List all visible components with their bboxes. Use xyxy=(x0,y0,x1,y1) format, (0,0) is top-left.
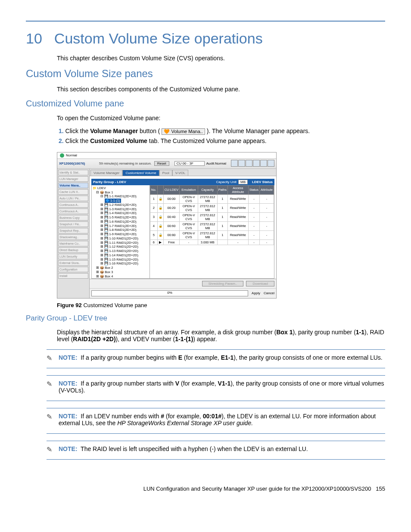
figure-caption: Figure 92 Customized Volume pane xyxy=(57,302,385,308)
nav-item[interactable]: External Stora.. xyxy=(58,260,88,266)
tree-node[interactable]: ⊞ 💾 1-3 RAID1(2D+2D) xyxy=(93,207,149,212)
toolbar-icon[interactable] xyxy=(246,160,252,167)
download-button[interactable]: Download xyxy=(246,281,274,286)
ldev-status-label: LDEV Status xyxy=(252,180,273,184)
tree-node[interactable]: ⊞ 💾 1-6 RAID1(2D+2D) xyxy=(93,220,149,224)
toolbar-icon[interactable] xyxy=(231,160,238,167)
tree-node[interactable]: ⊞ 📦 Box 2 xyxy=(93,266,149,270)
tree-node[interactable]: ⊞ 💾 1-13 RAID1(2D+2D) xyxy=(93,249,149,253)
nav-item[interactable]: Snapshot Rep.. xyxy=(58,228,88,233)
screenshot-customized-volume-pane: Normal XP12000(10076) 59 minute(s) remai… xyxy=(57,152,277,299)
nav-item[interactable]: Auto LUN / Pe.. xyxy=(58,196,88,201)
shot-titlebar: Normal xyxy=(57,152,276,159)
table-cell: 00:80 xyxy=(163,230,180,240)
nav-item[interactable]: Shadowimag.. xyxy=(58,234,88,240)
table-header-cell: No. xyxy=(150,185,158,194)
nav-item[interactable]: Mainframe Co.. xyxy=(58,241,88,246)
nav-item[interactable]: LUN Manager xyxy=(58,176,88,182)
table-cell: 00:00 xyxy=(163,194,180,203)
table-cell: 27272.812 MB xyxy=(198,230,217,240)
tree-node[interactable]: ⊞ 💾 1-2 RAID1(2D+2D) xyxy=(93,203,149,207)
note-icon: ✎ xyxy=(47,380,52,388)
cu-range-select[interactable]: CU 00 - 3F xyxy=(174,161,205,166)
subsubsection-tree-heading: Parity Group - LDEV tree xyxy=(26,314,385,323)
step-2: 2. Click the Customized Volume tab. The … xyxy=(59,137,385,144)
table-row[interactable]: 6▶Free-3.000 MB--- xyxy=(150,240,274,245)
nav-item[interactable]: Direct Backup xyxy=(58,247,88,253)
tree-node[interactable]: ⊞ 📦 Box 4 xyxy=(93,274,149,278)
chapter-title: Custom Volume Size operations xyxy=(54,30,263,47)
tree-node[interactable]: ⊞ 💾 1-11 RAID1(2D+2D) xyxy=(93,241,149,245)
nav-item[interactable]: Continuous A.. xyxy=(58,202,88,208)
tab[interactable]: Volume Manager xyxy=(90,170,122,176)
tree-node[interactable]: 🔷 1-1-(1) xyxy=(93,199,149,203)
note-icon: ✎ xyxy=(47,413,52,421)
note-3: ✎ NOTE: If an LDEV number ends with # (f… xyxy=(47,413,385,426)
cvpane-intro: To open the Customized Volume pane: xyxy=(57,115,385,121)
nav-item[interactable]: Snapshot / Fle.. xyxy=(58,221,88,227)
nav-item[interactable]: Install xyxy=(58,273,88,279)
nav-item[interactable]: Continuous A.. xyxy=(58,208,88,214)
table-cell: 27272.812 MB xyxy=(198,212,217,221)
table-cell: - xyxy=(260,240,274,245)
tab[interactable]: V-VOL xyxy=(172,170,189,176)
table-row[interactable]: 3🔒00:40OPEN-V CVS27272.812 MB1Read/Write… xyxy=(150,212,274,221)
capacity-unit-select[interactable]: MB xyxy=(238,180,248,184)
table-cell: 1 xyxy=(217,212,227,221)
note-4: ✎ NOTE: The RAID level is left unspecifi… xyxy=(47,445,385,452)
tree-node[interactable]: ⊞ 💾 1-8 RAID1(2D+2D) xyxy=(93,228,149,232)
table-cell: - xyxy=(260,230,274,240)
table-header-cell: Paths xyxy=(217,185,227,194)
table-cell: - xyxy=(248,240,259,245)
tree-node[interactable]: ⊞ 💾 1-4 RAID1(2D+2D) xyxy=(93,211,149,215)
tab[interactable]: Customized Volume xyxy=(122,170,159,176)
tree-node[interactable]: ⊞ 💾 1-9 RAID1(2D+2D) xyxy=(93,232,149,236)
table-row[interactable]: 2🔒00:20OPEN-V CVS27272.812 MB1Read/Write… xyxy=(150,203,274,212)
step-2-number: 2. xyxy=(59,137,64,144)
table-cell: - xyxy=(180,240,198,245)
tree-node[interactable]: ⊞ 💾 1-5 RAID1(2D+2D) xyxy=(93,215,149,220)
tree-node[interactable]: ⊞ 💾 1-7 RAID1(2D+2D) xyxy=(93,224,149,228)
table-cell xyxy=(217,240,227,245)
page-footer: LUN Configuration and Security Manager X… xyxy=(26,485,385,492)
nav-item[interactable]: Configuration xyxy=(58,267,88,272)
toolbar-icon[interactable] xyxy=(268,160,274,167)
table-cell: 1 xyxy=(150,194,158,203)
table-row[interactable]: 4🔒00:60OPEN-V CVS27272.812 MB1Read/Write… xyxy=(150,221,274,230)
tree-node[interactable]: ⊞ 💾 1-14 RAID1(2D+2D) xyxy=(93,253,149,258)
reset-button[interactable]: Reset xyxy=(154,161,169,166)
shredding-param-button[interactable]: Shredding Param.. xyxy=(202,281,244,286)
tree-node[interactable]: ⊞ 💾 1-15 RAID1(2D+2D) xyxy=(93,258,149,262)
tree-node[interactable]: ⊟ 📦 Box 1 xyxy=(93,190,149,195)
table-cell: 00:60 xyxy=(163,221,180,230)
table-cell: ▶ xyxy=(157,240,163,245)
nav-item[interactable]: Identify & Stat.. xyxy=(58,170,88,175)
toolbar-icon[interactable] xyxy=(238,160,245,167)
table-row[interactable]: 5🔒00:80OPEN-V CVS27272.812 MB1Read/Write… xyxy=(150,230,274,240)
table-cell: - xyxy=(227,240,248,245)
note-2: ✎ NOTE: If a parity group number starts … xyxy=(47,380,385,394)
table-row[interactable]: 1🔒00:00OPEN-V CVS27272.812 MB1Read/Write… xyxy=(150,194,274,203)
table-cell: 5 xyxy=(150,230,158,240)
parity-group-tree[interactable]: 📁 LDEV⊟ 📦 Box 1⊟ 💾 1-1 RAID1(2D+2D)🔷 1-1… xyxy=(92,185,150,278)
tree-node[interactable]: ⊞ 💾 1-10 RAID1(2D+2D) xyxy=(93,236,149,241)
cancel-button[interactable]: Cancel xyxy=(264,291,274,295)
tree-node[interactable]: ⊟ 💾 1-1 RAID1(2D+2D) xyxy=(93,194,149,199)
tree-node[interactable]: ⊞ 💾 1-12 RAID1(2D+2D) xyxy=(93,245,149,249)
nav-item[interactable]: Volume Mana.. xyxy=(58,183,88,188)
tree-node[interactable]: 📁 LDEV xyxy=(93,186,149,190)
table-cell: 🔒 xyxy=(157,203,163,212)
nav-item[interactable]: LUN Security xyxy=(58,254,88,259)
bottom-button-bar-2: 0% Apply Cancel xyxy=(90,288,276,298)
toolbar-icon[interactable] xyxy=(253,160,260,167)
table-cell: 00:40 xyxy=(163,212,180,221)
apply-button[interactable]: Apply xyxy=(252,291,260,295)
tree-node[interactable]: ⊞ 💾 1-16 RAID1(2D+2D) xyxy=(93,261,149,266)
nav-item[interactable]: Cache LUN X.. xyxy=(58,189,88,195)
table-cell: 1 xyxy=(217,194,227,203)
nav-item[interactable]: Business Copy xyxy=(58,215,88,221)
toolbar-icon[interactable] xyxy=(260,160,267,167)
table-cell: Free xyxy=(163,240,180,245)
tab[interactable]: Pool xyxy=(159,170,172,176)
tree-node[interactable]: ⊞ 📦 Box 3 xyxy=(93,270,149,274)
